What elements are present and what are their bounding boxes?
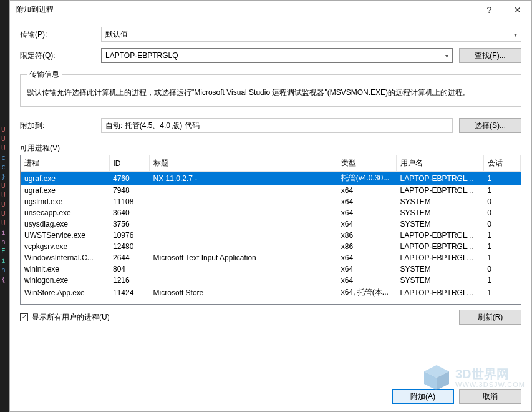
attach-button[interactable]: 附加(A) [392,389,454,404]
cell-proc: ugslmd.exe [21,196,109,207]
cell-sess: 1 [483,286,520,299]
attach-to-value: 自动: 托管(4.5、4.0 版) 代码 [105,120,200,131]
transport-label: 传输(P): [20,29,95,40]
cell-id: 11108 [109,196,150,207]
table-row[interactable]: vcpkgsrv.exe12480x86LAPTOP-EBPTRGL...1 [21,241,521,252]
transport-value: 默认值 [105,29,128,40]
cell-sess: 1 [483,275,520,286]
col-type[interactable]: 类型 [337,155,397,172]
cell-user: LAPTOP-EBPTRGL... [396,230,483,241]
cell-user: LAPTOP-EBPTRGL... [396,172,483,185]
help-button[interactable]: ? [475,1,503,19]
cell-user: SYSTEM [396,218,483,230]
cell-id: 4760 [109,172,150,185]
cell-proc: usysdiag.exe [21,218,109,230]
transport-info-group: 传输信息 默认传输允许选择此计算机上的进程，或选择运行"Microsoft Vi… [20,69,521,107]
qualifier-value: LAPTOP-EBPTRGLQ [105,51,178,60]
chevron-down-icon: ▾ [445,52,448,59]
cell-sess: 1 [483,172,520,185]
cell-title: Microsoft Store [150,286,337,299]
window-title: 附加到进程 [16,4,475,15]
qualifier-combo[interactable]: LAPTOP-EBPTRGLQ ▾ [101,48,453,63]
cell-type: x64 [337,207,397,218]
cell-sess: 0 [483,207,520,218]
cell-proc: UWSTService.exe [21,230,109,241]
cell-title [150,263,337,275]
cancel-button[interactable]: 取消 [459,389,521,404]
table-row[interactable]: winlogon.exe1216x64SYSTEM1 [21,275,521,286]
close-button[interactable]: ✕ [503,1,531,19]
cell-sess: 1 [483,252,520,263]
help-icon: ? [487,5,492,15]
cell-proc: unsecapp.exe [21,207,109,218]
cell-sess: 1 [483,241,520,252]
cell-title [150,207,337,218]
available-processes-label: 可用进程(V) [20,144,60,152]
cell-title: NX 11.0.2.7 - [150,172,337,185]
cell-user: SYSTEM [396,207,483,218]
table-row[interactable]: ugraf.exe7948x64LAPTOP-EBPTRGL...1 [21,185,521,196]
col-user[interactable]: 用户名 [396,155,483,172]
table-row[interactable]: WindowsInternal.C...2644Microsoft Text I… [21,252,521,263]
cell-id: 1216 [109,275,150,286]
refresh-button[interactable]: 刷新(R) [459,310,521,325]
table-row[interactable]: unsecapp.exe3640x64SYSTEM0 [21,207,521,218]
cell-type: x64, 托管(本... [337,286,397,299]
cell-user: SYSTEM [396,275,483,286]
cell-user: LAPTOP-EBPTRGL... [396,185,483,196]
cell-proc: winlogon.exe [21,275,109,286]
attach-to-label: 附加到: [20,120,95,131]
transport-info-legend: 传输信息 [27,69,62,80]
close-icon: ✕ [514,5,521,15]
table-row[interactable]: ugraf.exe4760NX 11.0.2.7 -托管(v4.0.30...L… [21,172,521,185]
chevron-down-icon: ▾ [514,31,517,38]
process-list[interactable]: 进程 ID 标题 类型 用户名 会话 ugraf.exe4760NX 11.0.… [20,155,521,305]
cell-id: 3756 [109,218,150,230]
cell-id: 3640 [109,207,150,218]
cell-id: 2644 [109,252,150,263]
cell-title: Microsoft Text Input Application [150,252,337,263]
col-id[interactable]: ID [109,155,150,172]
cell-id: 11424 [109,286,150,299]
cell-type: x64 [337,263,397,275]
col-process[interactable]: 进程 [21,155,109,172]
cell-type: x64 [337,275,397,286]
cell-proc: WinStore.App.exe [21,286,109,299]
cell-proc: vcpkgsrv.exe [21,241,109,252]
col-session[interactable]: 会话 [483,155,520,172]
titlebar[interactable]: 附加到进程 ? ✕ [10,1,531,19]
cell-sess: 0 [483,196,520,207]
cell-title [150,196,337,207]
col-title[interactable]: 标题 [150,155,337,172]
cell-sess: 0 [483,263,520,275]
table-row[interactable]: UWSTService.exe10976x86LAPTOP-EBPTRGL...… [21,230,521,241]
cell-user: LAPTOP-EBPTRGL... [396,286,483,299]
table-row[interactable]: ugslmd.exe11108x64SYSTEM0 [21,196,521,207]
table-row[interactable]: WinStore.App.exe11424Microsoft Storex64,… [21,286,521,299]
cell-title [150,275,337,286]
cell-title [150,185,337,196]
cell-title [150,230,337,241]
select-code-type-button[interactable]: 选择(S)... [459,118,521,133]
show-all-users-checkbox[interactable]: ✓ 显示所有用户的进程(U) [20,312,110,323]
table-row[interactable]: wininit.exe804x64SYSTEM0 [21,263,521,275]
transport-combo[interactable]: 默认值 ▾ [101,27,521,42]
checkbox-box: ✓ [20,313,28,321]
cell-proc: WindowsInternal.C... [21,252,109,263]
cell-type: x64 [337,218,397,230]
cell-type: x86 [337,230,397,241]
qualifier-label: 限定符(Q): [20,51,95,61]
cell-title [150,218,337,230]
cell-user: LAPTOP-EBPTRGL... [396,252,483,263]
cell-proc: ugraf.exe [21,172,109,185]
cell-sess: 0 [483,218,520,230]
cell-title [150,241,337,252]
cell-id: 10976 [109,230,150,241]
find-button[interactable]: 查找(F)... [459,48,521,63]
cell-type: x64 [337,185,397,196]
cell-type: x64 [337,252,397,263]
cell-proc: wininit.exe [21,263,109,275]
cell-sess: 1 [483,230,520,241]
table-row[interactable]: usysdiag.exe3756x64SYSTEM0 [21,218,521,230]
column-headers[interactable]: 进程 ID 标题 类型 用户名 会话 [21,155,521,172]
